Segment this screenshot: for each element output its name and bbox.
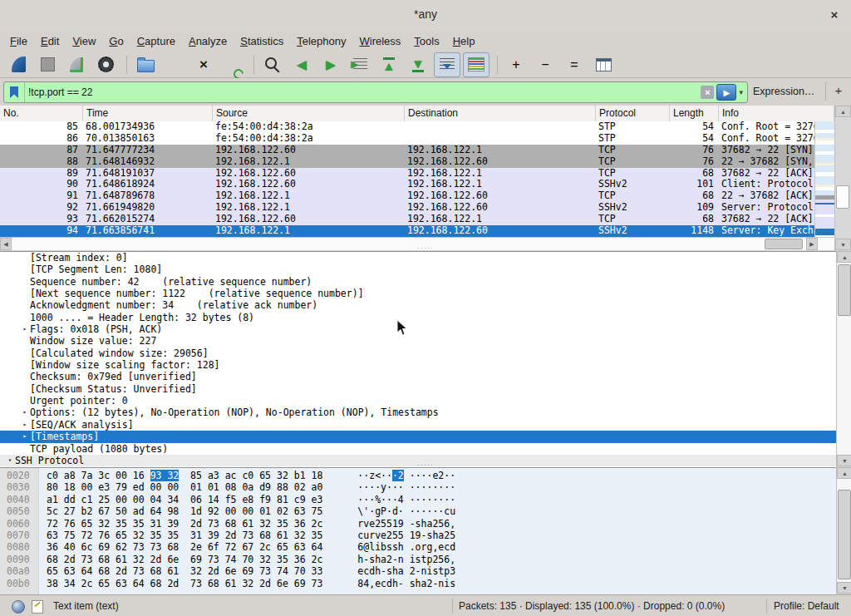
filter-clear-button[interactable]: × (701, 86, 714, 99)
display-filter-field[interactable]: × ▶ ▾ (3, 81, 748, 103)
menu-capture[interactable]: Capture (130, 33, 182, 49)
hex-row[interactable]: 009068 2d 73 68 61 32 2d 6e 69 73 74 70 … (0, 554, 836, 565)
menu-telephony[interactable]: Telephony (290, 33, 352, 49)
column-info[interactable]: Info (719, 106, 834, 121)
scrollbar-thumb[interactable] (836, 185, 849, 209)
packet-row-93[interactable]: 9371.662015274192.168.122.60192.168.122.… (0, 214, 814, 225)
save-file-button[interactable] (161, 52, 188, 77)
capture-options-button[interactable] (92, 52, 119, 77)
colorize-button[interactable] (463, 52, 489, 77)
column-no[interactable]: No. (0, 106, 83, 121)
find-packet-button[interactable] (259, 52, 286, 77)
hscrollbar-thumb[interactable] (765, 239, 803, 249)
hex-vscrollbar[interactable]: ▲ ▼ (836, 467, 851, 594)
auto-scroll-button[interactable] (434, 52, 460, 77)
pane-splitter[interactable]: ····· (412, 247, 439, 250)
expression-button[interactable]: Expression… (753, 86, 814, 97)
menu-statistics[interactable]: Statistics (234, 33, 290, 49)
column-protocol[interactable]: Protocol (596, 106, 670, 121)
packet-row-87[interactable]: 8771.647777234192.168.122.60192.168.122.… (0, 145, 814, 156)
packet-row-91[interactable]: 9171.648789678192.168.122.1192.168.122.6… (0, 190, 814, 202)
close-window-button[interactable]: × (826, 7, 843, 23)
scroll-left-icon[interactable]: ◀ (0, 238, 12, 250)
scrollbar-thumb[interactable] (838, 490, 851, 579)
column-destination[interactable]: Destination (405, 106, 596, 121)
scroll-down-icon[interactable]: ▼ (835, 239, 851, 250)
reload-file-button[interactable] (219, 52, 246, 77)
packet-row-89[interactable]: 8971.648191037192.168.122.60192.168.122.… (0, 168, 814, 180)
detail-line[interactable]: ▸Flags: 0x018 (PSH, ACK) (0, 323, 836, 335)
hex-row[interactable]: 0040a1 dd c1 25 00 00 04 34 06 14 f5 e8 … (0, 494, 836, 505)
capture-comment-icon[interactable] (32, 600, 43, 614)
detail-line[interactable]: 1000 .... = Header Length: 32 bytes (8) (0, 312, 836, 323)
menu-wireless[interactable]: Wireless (353, 33, 408, 49)
detail-line[interactable]: [Window size scaling factor: 128] (0, 359, 836, 371)
go-last-packet-button[interactable]: ▼ (405, 52, 431, 77)
status-profile[interactable]: Profile: Default (774, 600, 839, 612)
scroll-right-icon[interactable]: ▶ (806, 238, 818, 250)
packet-row-86[interactable]: 8670.013850163fe:54:00:d4:38:2aSTP54Conf… (0, 133, 814, 145)
close-file-button[interactable] (190, 52, 217, 77)
restart-capture-button[interactable] (63, 52, 90, 77)
zoom-out-button[interactable] (532, 52, 558, 77)
packet-row-90[interactable]: 9071.648618924192.168.122.60192.168.122.… (0, 179, 814, 190)
menu-go[interactable]: Go (102, 33, 130, 49)
column-source[interactable]: Source (213, 106, 405, 121)
detail-line[interactable]: Checksum: 0x79ed [unverified] (0, 371, 836, 382)
zoom-in-button[interactable] (503, 52, 529, 77)
go-first-packet-button[interactable]: ▲ (376, 52, 402, 77)
menu-file[interactable]: File (3, 33, 34, 49)
menu-edit[interactable]: Edit (34, 33, 66, 49)
detail-line[interactable]: Window size value: 227 (0, 335, 836, 347)
filter-bookmark-button[interactable] (4, 82, 25, 102)
hex-row[interactable]: 007063 75 72 76 65 32 35 35 31 39 2d 73 … (0, 530, 836, 541)
detail-line[interactable]: Sequence number: 42 (relative sequence n… (0, 276, 836, 288)
menu-view[interactable]: View (66, 33, 102, 49)
expand-arrow-icon[interactable]: ▸ (20, 431, 30, 442)
detail-line[interactable]: [Calculated window size: 29056] (0, 347, 836, 359)
title-bar[interactable]: *any × (0, 0, 851, 32)
go-to-packet-button[interactable] (347, 52, 373, 77)
collapse-arrow-icon[interactable]: ▾ (5, 455, 15, 466)
packet-minimap[interactable] (814, 121, 835, 237)
resize-columns-button[interactable] (590, 52, 617, 77)
detail-line[interactable]: Urgent pointer: 0 (0, 395, 836, 407)
hex-row[interactable]: 00a065 63 64 68 2d 73 68 61 32 2d 6e 69 … (0, 565, 836, 577)
filter-apply-button[interactable]: ▶ (716, 84, 736, 101)
display-filter-input[interactable] (25, 82, 701, 102)
scroll-down-icon[interactable]: ▼ (837, 455, 851, 466)
filter-dropdown-caret-icon[interactable]: ▾ (739, 88, 743, 96)
go-back-button[interactable]: ◀ (288, 52, 315, 77)
detail-line[interactable]: [TCP Segment Len: 1080] (0, 264, 836, 275)
stop-capture-button[interactable] (34, 52, 61, 77)
start-capture-button[interactable] (5, 52, 32, 77)
zoom-100-button[interactable] (561, 52, 588, 77)
packet-row-92[interactable]: 9271.661949820192.168.122.1192.168.122.6… (0, 202, 814, 214)
packet-list-vscrollbar[interactable]: ▲ ▼ (834, 106, 851, 250)
detail-line[interactable]: [Next sequence number: 1122 (relative se… (0, 288, 836, 299)
scroll-up-icon[interactable]: ▲ (837, 467, 851, 479)
detail-line[interactable]: ▸[SEQ/ACK analysis] (0, 419, 836, 431)
hex-row[interactable]: 006072 76 65 32 35 35 31 39 2d 73 68 61 … (0, 518, 836, 530)
menu-tools[interactable]: Tools (407, 33, 445, 49)
detail-line[interactable]: Acknowledgment number: 34 (relative ack … (0, 299, 836, 311)
scroll-up-icon[interactable]: ▲ (835, 106, 851, 117)
expand-arrow-icon[interactable]: ▸ (20, 407, 30, 418)
detail-line[interactable]: TCP payload (1080 bytes) (0, 443, 836, 455)
detail-line[interactable]: ▸Options: (12 bytes), No-Operation (NOP)… (0, 407, 836, 418)
hex-row[interactable]: 00505c 27 b2 67 50 ad 64 98 1d 92 00 00 … (0, 505, 836, 517)
column-length[interactable]: Length (670, 106, 719, 121)
menu-help[interactable]: Help (446, 33, 482, 49)
packet-row-85[interactable]: 8568.001734936fe:54:00:d4:38:2aSTP54Conf… (0, 121, 814, 133)
scroll-up-icon[interactable]: ▲ (837, 251, 851, 263)
open-file-button[interactable] (132, 52, 159, 77)
expand-arrow-icon[interactable]: ▸ (20, 419, 30, 431)
column-time[interactable]: Time (83, 106, 213, 121)
scrollbar-thumb[interactable] (838, 264, 851, 316)
hex-row[interactable]: 0020c0 a8 7a 3c 00 16 93 32 85 a3 ac c0 … (0, 470, 836, 481)
packet-row-88[interactable]: 8871.648146932192.168.122.1192.168.122.6… (0, 156, 814, 168)
details-vscrollbar[interactable]: ▲ ▼ (836, 251, 851, 466)
packet-row-94[interactable]: 9471.663856741192.168.122.1192.168.122.6… (0, 225, 814, 237)
scroll-down-icon[interactable]: ▼ (837, 582, 851, 594)
add-filter-button[interactable]: + (831, 83, 846, 97)
